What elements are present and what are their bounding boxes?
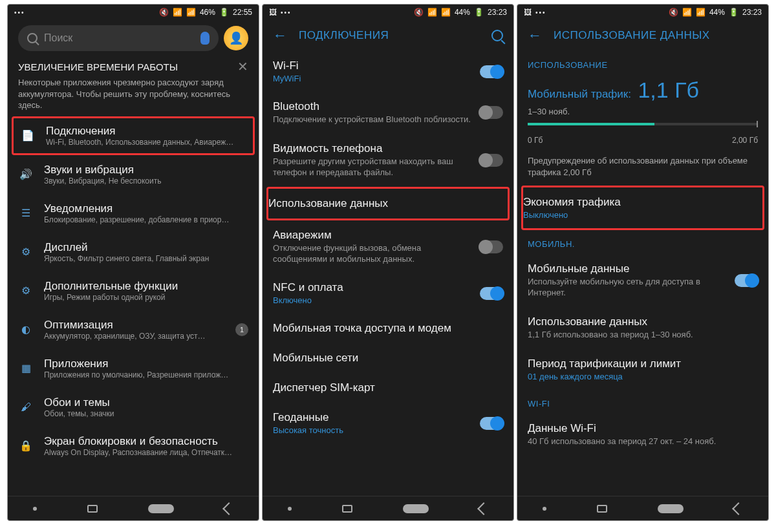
toggle[interactable] [480, 106, 503, 119]
nav-bar [517, 496, 768, 520]
setting-icon: ◐ [18, 322, 34, 337]
connection-row[interactable]: Wi-FiMyWiFi [273, 51, 503, 92]
nav-recent-button[interactable] [87, 505, 98, 513]
page-title: ИСПОЛЬЗОВАНИЕ ДАННЫХ [554, 29, 710, 42]
connection-row[interactable]: АвиарежимОтключение функций вызова, обме… [273, 220, 503, 273]
warning-text: Предупреждение об использовании данных п… [528, 155, 758, 178]
settings-item[interactable]: ☰ Уведомления Блокирование, разрешение, … [18, 194, 248, 233]
mobile-usage-row[interactable]: Использование данных 1,1 Гб использовано… [528, 307, 758, 349]
settings-item[interactable]: ⚙ Дисплей Яркость, Фильтр синего света, … [18, 233, 248, 271]
profile-avatar[interactable]: 👤 [224, 26, 248, 50]
mobile-data-row[interactable]: Мобильные данные Используйте мобильную с… [528, 254, 758, 307]
status-bar: 🖼 🔇 📶 📶 44% 🔋 23:23 [517, 5, 768, 20]
battery-icon: 🔋 [729, 8, 738, 17]
notification-badge: 1 [235, 323, 248, 336]
settings-item[interactable]: ▦ Приложения Приложения по умолчанию, Ра… [18, 349, 248, 388]
bar-min: 0 Гб [528, 136, 543, 145]
notification-dots-icon [281, 8, 292, 17]
status-bar: 🖼 🔇 📶 📶 44% 🔋 23:23 [263, 5, 513, 20]
setting-icon: ⚙ [18, 244, 34, 260]
nav-indicator-icon [543, 507, 546, 511]
signal-icon: 📶 [186, 8, 196, 17]
clock: 23:23 [488, 8, 507, 17]
search-input[interactable]: Поиск [18, 25, 219, 51]
settings-item[interactable]: ⚙ Дополнительные функции Игры, Режим раб… [18, 271, 248, 310]
usage-bar [528, 123, 758, 125]
screenshot-icon: 🖼 [524, 8, 532, 17]
connection-row[interactable]: Мобильная точка доступа и модем [273, 314, 503, 343]
page-title: ПОДКЛЮЧЕНИЯ [299, 29, 389, 42]
nav-back-button[interactable] [222, 502, 235, 515]
toggle[interactable] [480, 240, 503, 253]
setting-icon: 🖌 [18, 399, 34, 415]
setting-icon: ☰ [18, 206, 34, 221]
status-bar: 🔇 📶 📶 46% 🔋 22:55 [8, 5, 259, 20]
back-arrow-icon[interactable]: ← [528, 27, 542, 44]
toggle[interactable] [480, 287, 503, 300]
battery-icon: 🔋 [474, 8, 484, 17]
search-placeholder: Поиск [44, 32, 194, 44]
connection-row[interactable]: Диспетчер SIM-карт [273, 373, 503, 403]
settings-item[interactable]: 🔒 Экран блокировки и безопасность Always… [18, 427, 248, 465]
nav-indicator-icon [288, 507, 292, 511]
back-arrow-icon[interactable]: ← [273, 27, 287, 44]
notification-dots-icon [14, 8, 25, 17]
mute-icon: 🔇 [414, 8, 424, 17]
toggle[interactable] [480, 65, 503, 78]
notification-dots-icon [535, 8, 546, 17]
connection-row[interactable]: Видимость телефонаРазрешите другим устро… [273, 134, 503, 187]
nav-home-button[interactable] [403, 504, 429, 513]
section-wifi: WI-FI [528, 390, 758, 414]
toggle[interactable] [480, 154, 503, 167]
battery-icon: 🔋 [219, 8, 229, 17]
nav-back-button[interactable] [732, 502, 745, 515]
nav-back-button[interactable] [477, 502, 490, 515]
wifi-data-row[interactable]: Данные Wi-Fi 40 Гб использовано за перио… [528, 414, 758, 456]
battery-percent: 44% [709, 8, 725, 17]
clock: 22:55 [233, 8, 252, 17]
battery-percent: 44% [455, 8, 470, 17]
settings-item[interactable]: ◐ Оптимизация Аккумулятор, хранилище, ОЗ… [18, 310, 248, 349]
mobile-data-toggle[interactable] [735, 274, 758, 287]
tip-title: УВЕЛИЧЕНИЕ ВРЕМЕНИ РАБОТЫ [18, 61, 178, 72]
section-usage: ИСПОЛЬЗОВАНИЕ [528, 51, 758, 75]
wifi-icon: 📶 [427, 8, 437, 17]
connection-row[interactable]: Использование данных [266, 187, 510, 220]
settings-item[interactable]: 🔊 Звуки и вибрация Звуки, Вибрация, Не б… [18, 155, 248, 194]
settings-item[interactable]: 🖌 Обои и темы Обои, темы, значки [18, 388, 248, 427]
settings-item[interactable]: 📄 Подключения Wi-Fi, Bluetooth, Использо… [12, 116, 255, 155]
signal-icon: 📶 [441, 8, 451, 17]
mute-icon: 🔇 [159, 8, 169, 17]
nav-indicator-icon [33, 507, 37, 511]
setting-icon: 📄 [20, 128, 36, 144]
connection-row[interactable]: BluetoothПодключение к устройствам Bluet… [273, 92, 503, 134]
mobile-traffic-summary[interactable]: Мобильный трафик: 1,1 Гб 1–30 нояб. 0 Гб… [528, 78, 758, 145]
billing-cycle-row[interactable]: Период тарификации и лимит 01 день каждо… [528, 349, 758, 390]
tip-body: Некоторые приложения чрезмерно расходуют… [18, 77, 248, 111]
nav-bar [263, 496, 513, 520]
connection-row[interactable]: NFC и оплатаВключено [273, 273, 503, 314]
connection-row[interactable]: Мобильные сети [273, 343, 503, 373]
nav-recent-button[interactable] [597, 505, 607, 513]
toggle[interactable] [480, 417, 503, 430]
setting-icon: ▦ [18, 361, 34, 376]
nav-bar [8, 496, 259, 520]
connections-screen: 🖼 🔇 📶 📶 44% 🔋 23:23 ← ПОДКЛЮЧЕНИЯ Wi-FiM… [262, 4, 514, 521]
signal-icon: 📶 [696, 8, 706, 17]
battery-percent: 46% [200, 8, 215, 17]
search-icon[interactable] [491, 30, 503, 41]
battery-tip-card[interactable]: УВЕЛИЧЕНИЕ ВРЕМЕНИ РАБОТЫ ✕ Некоторые пр… [18, 59, 248, 111]
close-icon[interactable]: ✕ [237, 59, 248, 74]
settings-main-screen: 🔇 📶 📶 46% 🔋 22:55 Поиск 👤 УВЕЛИЧЕНИЕ ВРЕ… [7, 4, 259, 521]
nav-home-button[interactable] [658, 504, 684, 513]
connection-row[interactable]: ГеоданныеВысокая точность [273, 403, 503, 443]
wifi-icon: 📶 [682, 8, 692, 17]
mic-icon[interactable] [200, 32, 210, 45]
setting-icon: 🔊 [18, 167, 34, 182]
mute-icon: 🔇 [669, 8, 678, 17]
screenshot-icon: 🖼 [269, 8, 277, 17]
data-saver-row[interactable]: Экономия трафика Выключено [521, 186, 764, 230]
wifi-icon: 📶 [173, 8, 182, 17]
nav-recent-button[interactable] [342, 505, 352, 513]
nav-home-button[interactable] [148, 504, 174, 513]
